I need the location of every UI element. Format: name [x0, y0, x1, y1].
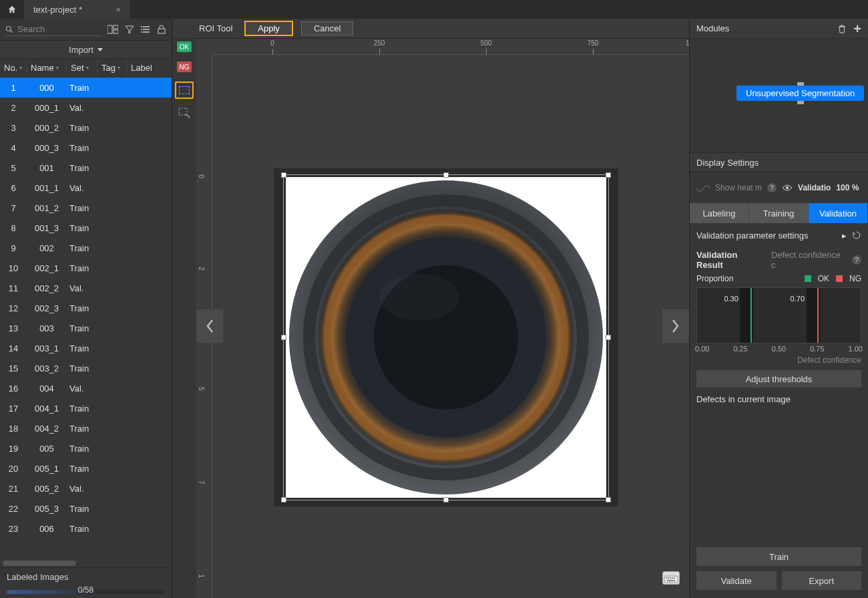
next-image-button[interactable]: [662, 309, 689, 343]
image-grid-icon[interactable]: [107, 25, 118, 34]
roi-handle-e[interactable]: [606, 335, 611, 340]
chevron-right-icon[interactable]: ▸: [842, 231, 847, 241]
tab-labeling[interactable]: Labeling: [690, 203, 749, 223]
roi-handle-sw[interactable]: [281, 497, 286, 502]
table-row[interactable]: 20005_1Train: [0, 458, 172, 478]
delete-icon[interactable]: [837, 24, 847, 33]
table-row[interactable]: 10002_1Train: [0, 258, 172, 278]
canvas-viewport[interactable]: 02505007501000 02571: [196, 39, 689, 598]
table-row[interactable]: 2000_1Val.: [0, 98, 172, 118]
lock-icon[interactable]: [157, 25, 166, 34]
tab-validation[interactable]: Validation: [809, 203, 868, 223]
validate-button[interactable]: Validate: [696, 571, 777, 590]
home-icon[interactable]: [0, 0, 24, 19]
table-row[interactable]: 13003Train: [0, 318, 172, 338]
node-port-out[interactable]: [797, 101, 804, 104]
legend-ng: NG: [849, 274, 861, 283]
export-button[interactable]: Export: [782, 571, 862, 590]
display-settings-header[interactable]: Display Settings: [690, 152, 868, 172]
heat-label: Show heat m: [715, 183, 762, 192]
table-row[interactable]: 14003_1Train: [0, 338, 172, 358]
col-label[interactable]: Label: [127, 59, 172, 77]
table-row[interactable]: 23006Train: [0, 518, 172, 539]
col-name[interactable]: Name▾: [27, 59, 67, 77]
confidence-chart: 0.300.70: [696, 287, 861, 343]
prev-image-button[interactable]: [196, 309, 223, 343]
roi-rect-tool[interactable]: [175, 82, 194, 99]
roi-selection[interactable]: [283, 174, 609, 500]
history-icon[interactable]: [852, 231, 861, 240]
table-row[interactable]: 4000_3Train: [0, 138, 172, 158]
tab-training[interactable]: Training: [749, 203, 809, 223]
train-button[interactable]: Train: [696, 547, 861, 566]
table-row[interactable]: 1000Train: [0, 78, 172, 98]
filter-icon[interactable]: [125, 25, 134, 34]
search-input[interactable]: Search: [5, 23, 102, 36]
svg-rect-3: [114, 25, 118, 29]
svg-rect-2: [107, 25, 112, 33]
eye-icon[interactable]: [782, 184, 793, 192]
mode-tabs: Labeling Training Validation: [690, 203, 868, 223]
ng-badge[interactable]: NG: [177, 61, 192, 72]
table-header: No.▾ Name▾ Set▾ Tag▾ Label: [0, 59, 172, 78]
table-row[interactable]: 9002Train: [0, 238, 172, 258]
table-row[interactable]: 21005_2Val.: [0, 478, 172, 498]
labeled-progress-text: 0/58: [7, 585, 165, 595]
table-row[interactable]: 6001_1Val.: [0, 178, 172, 198]
node-port-in[interactable]: [797, 82, 804, 86]
cancel-button[interactable]: Cancel: [301, 21, 353, 35]
help-icon[interactable]: ?: [767, 183, 777, 192]
roi-handle-s[interactable]: [443, 497, 449, 502]
search-placeholder: Search: [17, 24, 45, 34]
adjust-thresholds-button[interactable]: Adjust thresholds: [696, 370, 861, 388]
h-scrollbar[interactable]: [0, 559, 172, 567]
project-tab[interactable]: text-project * ×: [24, 0, 131, 19]
left-panel: Search Import No.▾ Name▾ Set▾ Tag▾ Label: [0, 19, 172, 598]
close-icon[interactable]: ×: [116, 5, 121, 15]
table-row[interactable]: 22005_3Train: [0, 498, 172, 518]
svg-rect-23: [670, 577, 671, 579]
table-row[interactable]: 3000_2Train: [0, 118, 172, 138]
modules-graph[interactable]: Unsupervised Segmentation: [690, 39, 868, 152]
svg-line-1: [11, 30, 13, 32]
chart-axis: 0.000.250.500.751.00: [690, 343, 868, 353]
table-row[interactable]: 12002_3Train: [0, 298, 172, 318]
table-row[interactable]: 7001_2Train: [0, 198, 172, 218]
table-row[interactable]: 19005Train: [0, 438, 172, 458]
ok-badge[interactable]: OK: [177, 41, 192, 52]
import-button[interactable]: Import: [0, 40, 172, 59]
import-label: Import: [69, 45, 93, 55]
table-row[interactable]: 5001Train: [0, 158, 172, 178]
col-no[interactable]: No.▾: [0, 59, 27, 77]
col-tag[interactable]: Tag▾: [97, 59, 127, 77]
add-module-icon[interactable]: +: [853, 24, 861, 33]
validation-param-row[interactable]: Validation parameter settings ▸: [690, 223, 868, 247]
apply-button[interactable]: Apply: [244, 21, 293, 36]
svg-point-9: [141, 29, 142, 30]
table-row[interactable]: 16004Val.: [0, 378, 172, 398]
table-row[interactable]: 17004_1Train: [0, 398, 172, 418]
table-row[interactable]: 18004_2Train: [0, 418, 172, 438]
defects-current-label: Defects in current image: [690, 388, 868, 411]
title-bar: text-project * ×: [0, 0, 868, 19]
svg-rect-4: [114, 30, 118, 33]
image-table[interactable]: 1000Train2000_1Val.3000_2Train4000_3Trai…: [0, 78, 172, 559]
labeled-images-header[interactable]: Labeled Images: [0, 567, 172, 586]
table-row[interactable]: 15003_2Train: [0, 358, 172, 378]
roi-handle-n[interactable]: [443, 172, 449, 178]
col-set[interactable]: Set▾: [67, 59, 97, 77]
roi-handle-w[interactable]: [281, 335, 286, 340]
roi-transform-tool[interactable]: [177, 107, 192, 119]
svg-rect-26: [667, 580, 675, 581]
table-row[interactable]: 11002_2Val.: [0, 278, 172, 298]
keyboard-icon[interactable]: [662, 571, 680, 585]
help-icon[interactable]: ?: [852, 255, 861, 265]
roi-handle-nw[interactable]: [281, 172, 286, 178]
legend-ok: OK: [818, 274, 829, 283]
module-node-unsupervised-segmentation[interactable]: Unsupervised Segmentation: [736, 86, 864, 101]
roi-handle-ne[interactable]: [606, 172, 611, 178]
list-icon[interactable]: [141, 25, 150, 34]
table-row[interactable]: 8001_3Train: [0, 218, 172, 238]
roi-handle-se[interactable]: [606, 497, 611, 502]
heat-toggle-icon[interactable]: ◡◠: [696, 183, 710, 192]
